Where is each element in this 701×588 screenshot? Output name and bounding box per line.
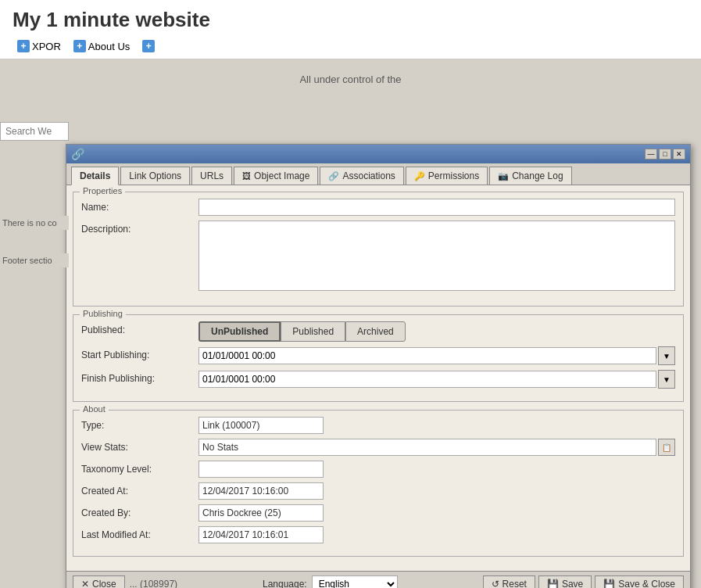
- last-modified-row: Last Modified At:: [81, 526, 675, 543]
- footer-left: ✕ Close ... (108997): [73, 575, 177, 588]
- finish-publishing-control: ▼: [198, 370, 675, 389]
- taxonomy-input: [198, 461, 324, 478]
- publishing-legend: Publishing: [80, 309, 126, 318]
- publishing-section: Publishing Published: UnPublished Publis…: [73, 314, 684, 402]
- start-publishing-label: Start Publishing:: [81, 346, 198, 360]
- save-button[interactable]: 💾 Save: [538, 575, 592, 588]
- start-date-dropdown-button[interactable]: ▼: [658, 346, 675, 365]
- created-by-row: Created By:: [81, 504, 675, 522]
- dialog-title-icon: 🔗: [71, 148, 84, 160]
- tab-urls[interactable]: URLs: [191, 167, 232, 185]
- finish-date-wrap: ▼: [198, 370, 675, 389]
- tab-associations-label: Associations: [342, 170, 395, 181]
- unpublished-button[interactable]: UnPublished: [198, 321, 281, 342]
- name-control: [198, 199, 675, 216]
- nav-bar: + XPOR + About Us +: [13, 38, 688, 54]
- footer-right: ↺ Reset 💾 Save 💾 Save & Close: [483, 575, 684, 588]
- tab-details-label: Details: [80, 170, 110, 181]
- published-label: Published:: [81, 321, 198, 335]
- maximize-button[interactable]: □: [659, 149, 671, 160]
- tab-object-image-label: Object Image: [254, 170, 309, 181]
- start-publishing-control: ▼: [198, 346, 675, 365]
- created-at-label: Created At:: [81, 482, 198, 497]
- minimize-button[interactable]: —: [645, 149, 657, 160]
- finish-date-dropdown-button[interactable]: ▼: [658, 370, 675, 389]
- close-icon: ✕: [81, 579, 89, 588]
- nav-plus-icon-xpor: +: [17, 40, 30, 52]
- change-log-icon: 📷: [498, 171, 509, 181]
- last-modified-input: [198, 526, 324, 543]
- tab-associations[interactable]: 🔗 Associations: [320, 167, 403, 185]
- site-title: My 1 minute website: [13, 8, 688, 32]
- description-control: [198, 220, 675, 293]
- nav-item-extra[interactable]: +: [138, 38, 159, 54]
- dialog-titlebar-controls: — □ ✕: [645, 149, 685, 160]
- type-control: [198, 417, 675, 434]
- nav-item-about-us[interactable]: + About Us: [69, 38, 134, 54]
- close-button[interactable]: ✕: [673, 149, 685, 160]
- name-label: Name:: [81, 199, 198, 213]
- close-label: Close: [92, 579, 116, 588]
- tab-permissions-label: Permissions: [428, 170, 479, 181]
- reset-button[interactable]: ↺ Reset: [483, 575, 535, 588]
- sidebar-no-content: There is no co: [0, 216, 69, 230]
- finish-publishing-label: Finish Publishing:: [81, 370, 198, 384]
- created-at-control: [198, 482, 675, 500]
- tab-change-log-label: Change Log: [512, 170, 563, 181]
- start-date-input[interactable]: [198, 347, 656, 364]
- save-close-button[interactable]: 💾 Save & Close: [595, 575, 684, 588]
- published-button[interactable]: Published: [281, 321, 345, 342]
- created-by-control: [198, 504, 675, 522]
- reset-icon: ↺: [492, 579, 499, 588]
- save-close-label: Save & Close: [618, 579, 675, 588]
- archived-button[interactable]: Archived: [345, 321, 406, 342]
- footer-section: Footer sectio: [0, 253, 69, 267]
- tab-bar: Details Link Options URLs 🖼 Object Image…: [66, 163, 690, 185]
- start-date-wrap: ▼: [198, 346, 675, 365]
- tab-link-options-label: Link Options: [129, 170, 181, 181]
- view-stats-label: View Stats:: [81, 439, 198, 453]
- footer-lang-wrap: Language: English French German Spanish: [263, 575, 398, 588]
- type-row: Type:: [81, 417, 675, 434]
- tab-details[interactable]: Details: [71, 167, 119, 185]
- tab-urls-label: URLs: [200, 170, 224, 181]
- language-label: Language:: [263, 579, 307, 588]
- created-at-row: Created At:: [81, 482, 675, 500]
- description-row: Description:: [81, 220, 675, 293]
- content-subtitle: All under control of the: [13, 67, 688, 91]
- dialog-footer: ✕ Close ... (108997) Language: English F…: [66, 571, 690, 588]
- properties-legend: Properties: [80, 186, 125, 195]
- view-stats-button[interactable]: 📋: [658, 439, 675, 456]
- close-footer-button[interactable]: ✕ Close: [73, 575, 125, 588]
- tab-link-options[interactable]: Link Options: [120, 167, 190, 185]
- top-bar: My 1 minute website + XPOR + About Us +: [0, 0, 701, 59]
- save-icon: 💾: [547, 579, 559, 588]
- published-row: Published: UnPublished Published Archive…: [81, 321, 675, 342]
- taxonomy-row: Taxonomy Level:: [81, 461, 675, 478]
- dialog-titlebar: 🔗 — □ ✕: [66, 145, 690, 163]
- created-by-label: Created By:: [81, 504, 198, 518]
- nav-item-xpor[interactable]: + XPOR: [13, 38, 66, 54]
- published-control: UnPublished Published Archived: [198, 321, 675, 342]
- description-input[interactable]: [198, 220, 675, 291]
- type-input: [198, 417, 324, 434]
- publish-buttons: UnPublished Published Archived: [198, 321, 675, 342]
- save-label: Save: [562, 579, 583, 588]
- view-stats-input: [198, 439, 656, 456]
- name-row: Name:: [81, 199, 675, 216]
- created-at-input: [198, 482, 324, 500]
- tab-change-log[interactable]: 📷 Change Log: [489, 167, 571, 185]
- start-publishing-row: Start Publishing: ▼: [81, 346, 675, 365]
- nav-label-xpor: XPOR: [32, 41, 61, 52]
- about-section: About Type: View Stats: 📋: [73, 410, 684, 557]
- finish-date-input[interactable]: [198, 371, 656, 388]
- view-stats-row: View Stats: 📋: [81, 439, 675, 456]
- permissions-icon: 🔑: [414, 171, 425, 181]
- name-input[interactable]: [198, 199, 675, 216]
- language-select[interactable]: English French German Spanish: [312, 575, 398, 588]
- tab-permissions[interactable]: 🔑 Permissions: [406, 167, 488, 185]
- last-modified-control: [198, 526, 675, 543]
- dialog-id: ... (108997): [130, 579, 177, 588]
- tab-object-image[interactable]: 🖼 Object Image: [234, 167, 318, 185]
- search-input[interactable]: [0, 122, 69, 141]
